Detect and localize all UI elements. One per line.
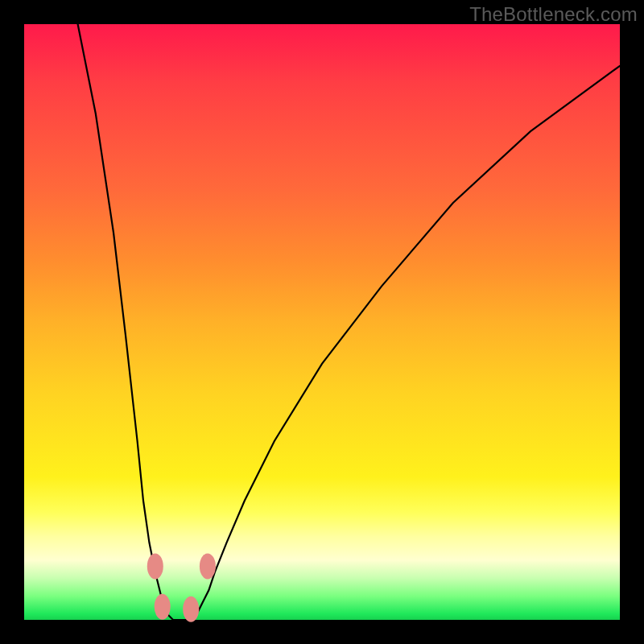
watermark-text: TheBottleneck.com — [469, 3, 638, 26]
marker-right-lower — [183, 597, 199, 622]
chart-frame: TheBottleneck.com — [0, 0, 644, 644]
marker-left-upper — [147, 553, 163, 579]
bottleneck-curve — [78, 24, 620, 620]
marker-group — [147, 553, 216, 621]
chart-plot-area — [24, 24, 620, 620]
marker-left-lower — [155, 594, 171, 620]
marker-right-upper — [200, 553, 216, 579]
chart-svg — [24, 24, 620, 620]
